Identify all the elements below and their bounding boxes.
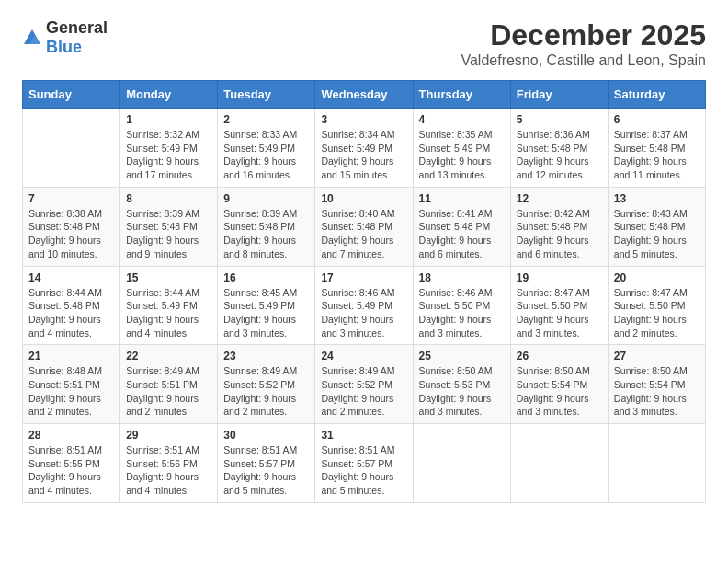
day-info: Sunrise: 8:38 AM Sunset: 5:48 PM Dayligh… bbox=[28, 207, 114, 261]
day-cell: 20Sunrise: 8:47 AM Sunset: 5:50 PM Dayli… bbox=[608, 266, 705, 345]
day-cell: 29Sunrise: 8:51 AM Sunset: 5:56 PM Dayli… bbox=[120, 424, 218, 503]
day-info: Sunrise: 8:46 AM Sunset: 5:49 PM Dayligh… bbox=[321, 286, 406, 340]
column-header-saturday: Saturday bbox=[608, 81, 705, 109]
day-info: Sunrise: 8:45 AM Sunset: 5:49 PM Dayligh… bbox=[223, 286, 309, 340]
day-info: Sunrise: 8:51 AM Sunset: 5:56 PM Dayligh… bbox=[126, 443, 211, 498]
day-number: 19 bbox=[517, 271, 602, 284]
day-number: 10 bbox=[321, 192, 406, 205]
day-info: Sunrise: 8:50 AM Sunset: 5:54 PM Dayligh… bbox=[517, 364, 602, 419]
day-info: Sunrise: 8:32 AM Sunset: 5:49 PM Dayligh… bbox=[126, 128, 211, 182]
week-row-3: 14Sunrise: 8:44 AM Sunset: 5:48 PM Dayli… bbox=[23, 266, 706, 345]
day-cell: 21Sunrise: 8:48 AM Sunset: 5:51 PM Dayli… bbox=[23, 345, 120, 424]
subtitle: Valdefresno, Castille and Leon, Spain bbox=[461, 52, 706, 69]
day-info: Sunrise: 8:49 AM Sunset: 5:52 PM Dayligh… bbox=[223, 364, 309, 419]
day-cell: 31Sunrise: 8:51 AM Sunset: 5:57 PM Dayli… bbox=[315, 424, 413, 503]
day-cell: 5Sunrise: 8:36 AM Sunset: 5:48 PM Daylig… bbox=[510, 109, 608, 188]
logo: General Blue bbox=[22, 18, 108, 57]
day-cell: 2Sunrise: 8:33 AM Sunset: 5:49 PM Daylig… bbox=[218, 109, 315, 188]
day-cell: 28Sunrise: 8:51 AM Sunset: 5:55 PM Dayli… bbox=[23, 424, 120, 503]
day-cell: 18Sunrise: 8:46 AM Sunset: 5:50 PM Dayli… bbox=[413, 266, 510, 345]
day-cell bbox=[608, 424, 705, 503]
day-info: Sunrise: 8:51 AM Sunset: 5:57 PM Dayligh… bbox=[321, 443, 406, 498]
day-number: 23 bbox=[223, 350, 309, 362]
day-info: Sunrise: 8:44 AM Sunset: 5:49 PM Dayligh… bbox=[126, 286, 211, 340]
day-info: Sunrise: 8:47 AM Sunset: 5:50 PM Dayligh… bbox=[614, 286, 700, 340]
week-row-1: 1Sunrise: 8:32 AM Sunset: 5:49 PM Daylig… bbox=[23, 109, 706, 188]
day-info: Sunrise: 8:36 AM Sunset: 5:48 PM Dayligh… bbox=[517, 128, 602, 182]
day-cell: 26Sunrise: 8:50 AM Sunset: 5:54 PM Dayli… bbox=[510, 345, 608, 424]
day-cell: 12Sunrise: 8:42 AM Sunset: 5:48 PM Dayli… bbox=[510, 187, 608, 266]
day-cell: 15Sunrise: 8:44 AM Sunset: 5:49 PM Dayli… bbox=[120, 266, 218, 345]
title-area: December 2025 Valdefresno, Castille and … bbox=[461, 18, 706, 69]
day-number: 18 bbox=[419, 271, 505, 284]
day-info: Sunrise: 8:33 AM Sunset: 5:49 PM Dayligh… bbox=[223, 128, 309, 182]
day-cell: 11Sunrise: 8:41 AM Sunset: 5:48 PM Dayli… bbox=[413, 187, 510, 266]
day-cell: 22Sunrise: 8:49 AM Sunset: 5:51 PM Dayli… bbox=[120, 345, 218, 424]
day-cell: 1Sunrise: 8:32 AM Sunset: 5:49 PM Daylig… bbox=[120, 109, 218, 188]
day-number: 31 bbox=[321, 429, 406, 442]
day-info: Sunrise: 8:42 AM Sunset: 5:48 PM Dayligh… bbox=[517, 207, 602, 261]
column-headers: SundayMondayTuesdayWednesdayThursdayFrid… bbox=[23, 81, 706, 109]
day-number: 20 bbox=[614, 271, 700, 284]
day-number: 12 bbox=[517, 192, 602, 205]
week-row-2: 7Sunrise: 8:38 AM Sunset: 5:48 PM Daylig… bbox=[23, 187, 706, 266]
day-number: 11 bbox=[419, 192, 505, 205]
day-number: 15 bbox=[126, 271, 211, 284]
day-info: Sunrise: 8:50 AM Sunset: 5:54 PM Dayligh… bbox=[614, 364, 700, 419]
day-cell bbox=[510, 424, 608, 503]
day-info: Sunrise: 8:35 AM Sunset: 5:49 PM Dayligh… bbox=[419, 128, 505, 182]
day-cell: 27Sunrise: 8:50 AM Sunset: 5:54 PM Dayli… bbox=[608, 345, 705, 424]
day-cell: 17Sunrise: 8:46 AM Sunset: 5:49 PM Dayli… bbox=[315, 266, 413, 345]
logo-icon bbox=[22, 28, 42, 48]
logo-general: General bbox=[46, 18, 108, 37]
column-header-monday: Monday bbox=[120, 81, 218, 109]
day-info: Sunrise: 8:51 AM Sunset: 5:55 PM Dayligh… bbox=[28, 443, 114, 498]
day-number: 26 bbox=[517, 350, 602, 362]
day-number: 24 bbox=[321, 350, 406, 362]
day-number: 14 bbox=[28, 271, 114, 284]
day-info: Sunrise: 8:46 AM Sunset: 5:50 PM Dayligh… bbox=[419, 286, 505, 340]
day-cell: 16Sunrise: 8:45 AM Sunset: 5:49 PM Dayli… bbox=[218, 266, 315, 345]
day-number: 13 bbox=[614, 192, 700, 205]
main-title: December 2025 bbox=[461, 18, 706, 52]
day-number: 8 bbox=[126, 192, 211, 205]
day-number: 5 bbox=[517, 113, 602, 126]
day-info: Sunrise: 8:41 AM Sunset: 5:48 PM Dayligh… bbox=[419, 207, 505, 261]
day-info: Sunrise: 8:44 AM Sunset: 5:48 PM Dayligh… bbox=[28, 286, 114, 340]
calendar-table: SundayMondayTuesdayWednesdayThursdayFrid… bbox=[22, 80, 706, 503]
day-cell: 19Sunrise: 8:47 AM Sunset: 5:50 PM Dayli… bbox=[510, 266, 608, 345]
day-cell: 6Sunrise: 8:37 AM Sunset: 5:48 PM Daylig… bbox=[608, 109, 705, 188]
day-number: 17 bbox=[321, 271, 406, 284]
column-header-thursday: Thursday bbox=[413, 81, 510, 109]
day-cell: 23Sunrise: 8:49 AM Sunset: 5:52 PM Dayli… bbox=[218, 345, 315, 424]
column-header-friday: Friday bbox=[510, 81, 608, 109]
day-number: 1 bbox=[126, 113, 211, 126]
column-header-sunday: Sunday bbox=[23, 81, 120, 109]
day-info: Sunrise: 8:49 AM Sunset: 5:52 PM Dayligh… bbox=[321, 364, 406, 419]
day-cell: 13Sunrise: 8:43 AM Sunset: 5:48 PM Dayli… bbox=[608, 187, 705, 266]
day-info: Sunrise: 8:37 AM Sunset: 5:48 PM Dayligh… bbox=[614, 128, 700, 182]
day-number: 29 bbox=[126, 429, 211, 442]
day-cell: 25Sunrise: 8:50 AM Sunset: 5:53 PM Dayli… bbox=[413, 345, 510, 424]
day-number: 4 bbox=[419, 113, 505, 126]
day-cell: 8Sunrise: 8:39 AM Sunset: 5:48 PM Daylig… bbox=[120, 187, 218, 266]
day-cell: 30Sunrise: 8:51 AM Sunset: 5:57 PM Dayli… bbox=[218, 424, 315, 503]
day-number: 28 bbox=[28, 429, 114, 442]
day-number: 16 bbox=[223, 271, 309, 284]
day-info: Sunrise: 8:47 AM Sunset: 5:50 PM Dayligh… bbox=[517, 286, 602, 340]
day-info: Sunrise: 8:39 AM Sunset: 5:48 PM Dayligh… bbox=[126, 207, 211, 261]
day-cell: 24Sunrise: 8:49 AM Sunset: 5:52 PM Dayli… bbox=[315, 345, 413, 424]
day-number: 2 bbox=[223, 113, 309, 126]
day-cell: 14Sunrise: 8:44 AM Sunset: 5:48 PM Dayli… bbox=[23, 266, 120, 345]
day-info: Sunrise: 8:40 AM Sunset: 5:48 PM Dayligh… bbox=[321, 207, 406, 261]
day-info: Sunrise: 8:49 AM Sunset: 5:51 PM Dayligh… bbox=[126, 364, 211, 419]
day-number: 30 bbox=[223, 429, 309, 442]
day-number: 7 bbox=[28, 192, 114, 205]
day-number: 9 bbox=[223, 192, 309, 205]
column-header-tuesday: Tuesday bbox=[218, 81, 315, 109]
day-info: Sunrise: 8:51 AM Sunset: 5:57 PM Dayligh… bbox=[223, 443, 309, 498]
logo-blue: Blue bbox=[46, 38, 82, 56]
day-cell: 10Sunrise: 8:40 AM Sunset: 5:48 PM Dayli… bbox=[315, 187, 413, 266]
day-number: 6 bbox=[614, 113, 700, 126]
day-number: 27 bbox=[614, 350, 700, 362]
